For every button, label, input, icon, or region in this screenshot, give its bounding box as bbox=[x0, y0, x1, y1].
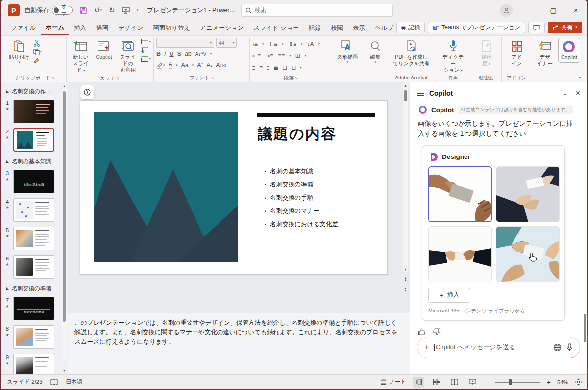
slide-thumbnail-7[interactable]: 7★ 名刺交換の準備 bbox=[1, 295, 68, 323]
present-in-teams-button[interactable]: T Teams でプレゼンテーション bbox=[428, 22, 525, 33]
thumbs-up-icon[interactable] bbox=[418, 328, 426, 336]
copilot-pane-toggle-button[interactable]: Copilot bbox=[558, 38, 580, 63]
zoom-out-button[interactable]: – bbox=[485, 378, 489, 386]
record-button[interactable]: ◉ 記録 bbox=[396, 22, 425, 33]
comments-button[interactable] bbox=[528, 22, 545, 33]
normal-view-button[interactable] bbox=[413, 377, 424, 388]
section-collapse-icon[interactable] bbox=[6, 287, 9, 290]
reset-slide-button[interactable] bbox=[141, 47, 151, 53]
bold-button[interactable]: B bbox=[156, 51, 161, 57]
collapse-ribbon-icon[interactable]: ⌄ bbox=[578, 74, 582, 79]
slide-6-thumb[interactable] bbox=[13, 255, 54, 279]
shapes-dropdown-icon[interactable]: ▾ bbox=[346, 60, 348, 65]
undo-dropdown-icon[interactable]: ▾ bbox=[100, 8, 102, 12]
share-dropdown-icon[interactable]: ▾ bbox=[575, 26, 577, 29]
start-slideshow-button[interactable] bbox=[122, 7, 130, 14]
section-dropdown-icon[interactable]: ▾ bbox=[149, 57, 151, 61]
search-box[interactable] bbox=[241, 4, 393, 17]
font-name-combo[interactable]: ▾ bbox=[156, 38, 214, 48]
layout-dropdown-icon[interactable]: ▾ bbox=[149, 40, 151, 44]
editing-button[interactable]: 編集 ▾ bbox=[366, 38, 385, 66]
clear-formatting-button[interactable]: A⌫ bbox=[216, 62, 226, 69]
change-case-button[interactable]: Aa bbox=[181, 62, 188, 69]
section-collapse-icon[interactable] bbox=[6, 160, 9, 163]
insert-image-button[interactable]: + 挿入 bbox=[428, 288, 470, 303]
line-spacing-dropdown-icon[interactable]: ▾ bbox=[301, 42, 303, 46]
font-size-combo[interactable]: 44▾ bbox=[216, 38, 237, 48]
section-header-1[interactable]: 名刺交換の作… bbox=[1, 84, 68, 98]
slide-title[interactable]: 議題の内容 bbox=[258, 124, 337, 144]
slide-5-thumb[interactable] bbox=[13, 227, 54, 250]
copilot-menu-icon[interactable] bbox=[417, 91, 424, 96]
language-indicator[interactable]: 日本語 bbox=[66, 378, 83, 386]
charspacing-dropdown-icon[interactable]: ▾ bbox=[210, 52, 212, 56]
align-text-button[interactable]: ⊞ bbox=[295, 52, 300, 59]
customize-qat-icon[interactable]: ▾ bbox=[137, 8, 139, 12]
bullets-button[interactable]: ⁝≡ bbox=[252, 41, 258, 48]
character-spacing-button[interactable]: A⇄V bbox=[195, 51, 207, 57]
slide-9-thumb[interactable] bbox=[13, 354, 54, 377]
grow-font-button[interactable]: A^ bbox=[197, 61, 203, 69]
slideshow-view-button[interactable] bbox=[467, 377, 479, 388]
designer-image-3[interactable] bbox=[428, 226, 492, 282]
change-case-dropdown-icon[interactable]: ▾ bbox=[192, 63, 194, 67]
save-icon[interactable] bbox=[79, 6, 87, 14]
create-pdf-button[interactable]: A PDF を作成し てリンクを共有 bbox=[391, 38, 432, 68]
search-input[interactable] bbox=[255, 7, 372, 14]
copilot-message-input[interactable]: + Copilot へメッセージを送る bbox=[417, 337, 580, 358]
numbering-button[interactable]: ⒈≡ bbox=[268, 40, 277, 49]
decrease-indent-button[interactable]: ⇤≡ bbox=[252, 52, 261, 59]
columns-button[interactable]: ≡≡ bbox=[278, 52, 285, 59]
paste-dropdown-icon[interactable]: ▾ bbox=[18, 60, 20, 65]
font-color-button[interactable]: A bbox=[169, 61, 172, 69]
distribute-button[interactable]: ⊟ bbox=[282, 64, 287, 71]
tab-design[interactable]: デザイン bbox=[113, 22, 148, 35]
designer-suggestion-button[interactable] bbox=[80, 85, 94, 99]
increase-indent-button[interactable]: ⇥≡ bbox=[265, 52, 273, 59]
tab-home[interactable]: ホーム bbox=[41, 21, 69, 35]
copy-button[interactable]: ▾ bbox=[33, 49, 42, 55]
zoom-level[interactable]: 54% bbox=[557, 379, 568, 385]
next-slide-button[interactable]: ▾▾ bbox=[403, 287, 408, 291]
designer-image-1-selected[interactable] bbox=[428, 166, 492, 222]
slide-thumbnail-1[interactable]: 1★ bbox=[1, 98, 68, 126]
addins-button[interactable]: アド イン bbox=[507, 38, 527, 68]
reuse-slides-button[interactable]: スライドの 再利用 bbox=[115, 38, 140, 75]
tab-review[interactable]: 校閲 bbox=[326, 22, 348, 35]
designer-image-2[interactable] bbox=[496, 166, 560, 222]
tab-transitions[interactable]: 画面切り替え bbox=[148, 22, 195, 35]
close-button[interactable]: × bbox=[564, 0, 587, 21]
text-direction-dropdown-icon[interactable]: ▾ bbox=[318, 42, 320, 46]
zoom-slider-thumb[interactable] bbox=[509, 379, 512, 385]
canvas-scroll-down-icon[interactable]: ▼ bbox=[403, 268, 408, 271]
slide-3-thumb[interactable]: 名刺の基本知識 bbox=[13, 170, 54, 193]
canvas-scrollbar-thumb[interactable] bbox=[404, 90, 407, 101]
tab-record[interactable]: 記録 bbox=[304, 22, 326, 35]
sensitivity-button[interactable]: 秘密 度 ▾ bbox=[477, 38, 496, 68]
notes-text[interactable]: このプレゼンテーションでは、名刺の重要性やデザイン、保管方法を紹介し、名刺交換の… bbox=[74, 318, 403, 347]
slide-2-thumb[interactable] bbox=[13, 128, 54, 152]
ribbon-copilot-button[interactable]: Copilot bbox=[94, 38, 115, 62]
slide-sorter-view-button[interactable] bbox=[431, 377, 442, 388]
spellcheck-icon[interactable] bbox=[50, 379, 58, 385]
maximize-button[interactable]: ▢ bbox=[542, 0, 564, 21]
line-spacing-button[interactable]: ⇕≡ bbox=[288, 41, 296, 48]
attach-plus-icon[interactable]: + bbox=[424, 342, 429, 352]
align-center-button[interactable]: ≡ bbox=[259, 64, 263, 71]
share-button[interactable]: 共有 ▾ bbox=[548, 22, 582, 33]
notes-pane[interactable]: このプレゼンテーションでは、名刺の重要性やデザイン、保管方法を紹介し、名刺交換の… bbox=[68, 313, 410, 374]
shadow-button[interactable]: S bbox=[177, 51, 181, 57]
columns-dropdown-icon[interactable]: ▾ bbox=[289, 54, 291, 58]
smartart-dropdown-icon[interactable]: ▾ bbox=[300, 66, 302, 70]
tab-animations[interactable]: アニメーション bbox=[195, 22, 248, 35]
section-button[interactable]: ▾ bbox=[141, 56, 151, 62]
slide-thumbnail-8[interactable]: 8★ bbox=[1, 323, 68, 352]
minimize-button[interactable]: – bbox=[519, 0, 542, 21]
slide-thumbnail-6[interactable]: 6★ bbox=[1, 253, 68, 282]
format-painter-button[interactable] bbox=[33, 57, 42, 64]
zoom-slider[interactable] bbox=[495, 382, 540, 383]
slide-thumbnail-4[interactable]: 4★ bbox=[1, 196, 68, 225]
highlight-button[interactable]: ▾ bbox=[156, 62, 165, 69]
autosave-toggle[interactable]: オフ bbox=[52, 6, 73, 15]
slide-1-thumb[interactable] bbox=[13, 100, 54, 123]
